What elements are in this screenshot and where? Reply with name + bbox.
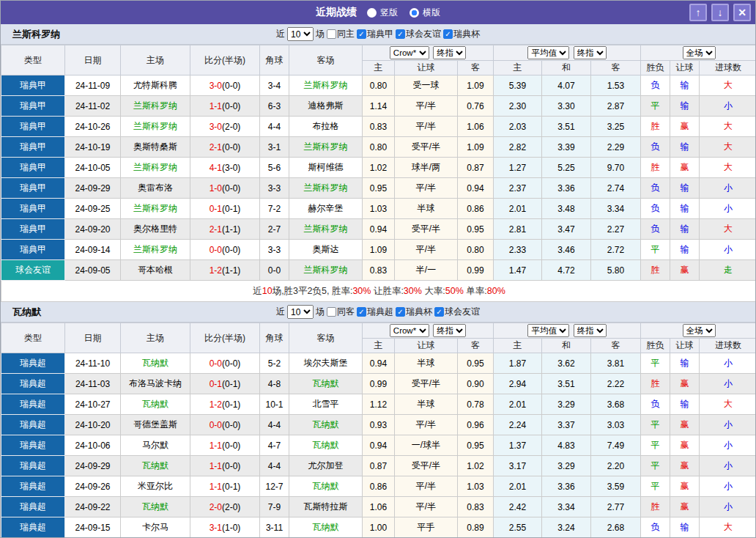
bookmaker-select[interactable]: Crow* [390, 324, 429, 337]
avg-away-cell: 2.87 [591, 96, 641, 117]
corner-cell: 3-1 [260, 137, 289, 158]
league-checkbox[interactable]: ✓瑞典超 [357, 306, 393, 318]
league-checkbox[interactable]: ✓瑞典杯 [396, 306, 432, 318]
checkbox-checked-icon[interactable]: ✓ [443, 29, 453, 39]
checkbox-checked-icon[interactable]: ✓ [357, 307, 366, 317]
match-row: 瑞典甲24-11-09尤特斯科腾3-0(0-0)3-4兰斯科罗纳0.80受一球1… [1, 75, 756, 96]
league-checkbox[interactable]: ✓球会友谊 [396, 28, 441, 40]
match-date-cell: 24-09-26 [65, 476, 121, 497]
match-date-cell: 24-09-25 [65, 199, 121, 219]
match-type-cell: 瑞典超 [1, 353, 65, 374]
checkbox-unchecked-icon[interactable] [327, 29, 336, 39]
match-date-cell: 24-10-20 [65, 415, 121, 435]
avg-away-cell: 7.49 [591, 435, 641, 456]
col-avg-draw: 和 [542, 339, 591, 353]
col-type: 类型 [1, 323, 65, 353]
scope-select[interactable]: 全场 [683, 46, 716, 59]
odds-time-select[interactable]: 终指 [433, 46, 466, 59]
odds-away-cell: 0.96 [458, 415, 494, 435]
league-checkbox[interactable]: ✓瑞典甲 [357, 28, 393, 40]
match-row: 瑞典超24-10-27瓦纳默1-2(0-1)10-1北雪平1.12半球0.782… [1, 394, 756, 415]
radio-unselected-icon[interactable] [367, 8, 377, 18]
winlose-result-cell: 胜 [641, 260, 670, 281]
corner-cell: 7-2 [260, 199, 289, 219]
avg-away-cell: 2.22 [591, 374, 641, 394]
match-type-cell: 瑞典超 [1, 374, 65, 394]
col-home: 主场 [121, 45, 190, 75]
close-button[interactable]: ✕ [733, 4, 751, 21]
average-time-select[interactable]: 终指 [574, 324, 607, 337]
winlose-result-cell: 负 [641, 137, 670, 158]
half-score: (2-0) [222, 502, 240, 512]
match-row: 瑞典超24-09-29瓦纳默1-1(0-0)4-4尤尔加登0.87受平/半1.0… [1, 456, 756, 476]
away-team-cell: 瓦纳默 [289, 374, 363, 394]
avg-draw-cell: 3.24 [542, 517, 591, 538]
half-score: (0-1) [222, 399, 240, 410]
corner-cell: 3-3 [260, 178, 289, 199]
handicap-result-cell: 赢 [670, 374, 700, 394]
odds-handicap-cell: 平/半 [395, 497, 458, 517]
home-team-cell: 瓦纳默 [121, 353, 190, 374]
scope-select[interactable]: 全场 [683, 324, 716, 337]
match-row: 瑞典甲24-09-29奥雷布洛1-0(0-0)3-3兰斯科罗纳0.95平/半0.… [1, 178, 756, 199]
goals-result-cell: 小 [700, 497, 756, 517]
handicap-result-cell: 输 [670, 199, 700, 219]
odds-away-cell: 0.95 [458, 219, 494, 240]
avg-draw-cell: 3.36 [542, 476, 591, 497]
corner-cell: 10-1 [260, 394, 289, 415]
match-row: 瑞典甲24-09-14兰斯科罗纳0-0(0-0)3-3奥斯达1.09平/半0.8… [1, 240, 756, 260]
avg-draw-cell: 3.36 [542, 178, 591, 199]
odds-away-cell: 1.06 [458, 117, 494, 137]
col-handicap-result: 让球 [670, 61, 700, 75]
checkbox-checked-icon[interactable]: ✓ [396, 307, 405, 317]
move-up-button[interactable]: ↑ [689, 4, 707, 21]
average-time-select[interactable]: 终指 [574, 46, 607, 59]
checkbox-checked-icon[interactable]: ✓ [396, 29, 405, 39]
odds-handicap-cell: 一/球半 [395, 435, 458, 456]
col-odds-handicap: 让球 [395, 61, 458, 75]
same-venue-checkbox[interactable]: 同主 [327, 28, 355, 40]
match-date-cell: 24-09-14 [65, 240, 121, 260]
half-score: (0-0) [222, 461, 240, 471]
radio-vertical-layout[interactable]: 竖版 [367, 7, 398, 19]
radio-horizontal-layout[interactable]: 横版 [410, 7, 440, 19]
avg-draw-cell: 3.29 [542, 456, 591, 476]
goals-result-cell: 大 [700, 75, 756, 96]
match-count-select[interactable]: 10 [287, 305, 314, 319]
goals-result-cell: 大 [700, 517, 756, 538]
goals-result-cell: 小 [700, 456, 756, 476]
radio-vertical-label: 竖版 [380, 7, 398, 19]
col-avg-draw: 和 [542, 61, 591, 75]
average-select[interactable]: 平均值 [527, 46, 569, 59]
corner-cell: 3-11 [260, 517, 289, 538]
match-date-cell: 24-11-09 [65, 75, 121, 96]
results-tbody: 瑞典超24-11-10瓦纳默0-0(0-0)5-2埃尔夫斯堡0.94半球0.95… [1, 353, 756, 538]
full-score: 1-0 [210, 183, 222, 194]
move-down-button[interactable]: ↓ [711, 4, 729, 21]
odds-time-select[interactable]: 终指 [433, 324, 466, 337]
corner-cell: 12-7 [260, 476, 289, 497]
match-type-cell: 瑞典甲 [1, 240, 65, 260]
avg-draw-cell: 3.39 [542, 137, 591, 158]
handicap-result-cell: 输 [670, 517, 700, 538]
league-checkbox[interactable]: ✓球会友谊 [434, 306, 480, 318]
match-count-select[interactable]: 10 [287, 27, 314, 41]
checkbox-checked-icon[interactable]: ✓ [357, 29, 366, 39]
corner-cell: 3-4 [260, 75, 289, 96]
avg-away-cell: 9.70 [591, 158, 641, 178]
avg-away-cell: 2.20 [591, 456, 641, 476]
checkbox-checked-icon[interactable]: ✓ [434, 307, 444, 317]
radio-selected-icon[interactable] [410, 8, 419, 18]
filter-bar: 兰斯科罗纳 近10场同主✓瑞典甲✓球会友谊✓瑞典杯 [1, 24, 755, 45]
half-score: (0-1) [222, 482, 240, 492]
average-select[interactable]: 平均值 [527, 324, 569, 337]
league-checkbox[interactable]: ✓瑞典杯 [443, 28, 480, 40]
avg-home-cell: 5.39 [494, 75, 542, 96]
odds-away-cell: 0.76 [458, 96, 494, 117]
bookmaker-select[interactable]: Crow* [390, 46, 429, 59]
same-venue-checkbox[interactable]: 同客 [327, 306, 355, 318]
checkbox-unchecked-icon[interactable] [327, 307, 336, 317]
corner-cell: 6-3 [260, 96, 289, 117]
avg-home-cell: 2.24 [494, 415, 542, 435]
full-score: 3-0 [210, 122, 222, 132]
